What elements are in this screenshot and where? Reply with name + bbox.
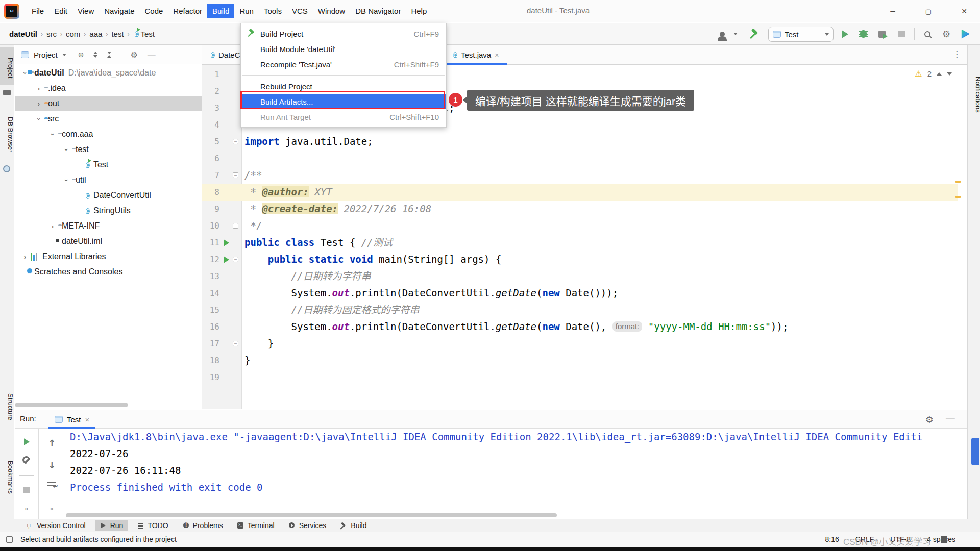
tree-item-out[interactable]: ›out: [15, 96, 202, 111]
menu-run[interactable]: Run: [234, 4, 259, 18]
scrollbar-warning-mark[interactable]: [955, 196, 961, 198]
tree-item--idea[interactable]: ›.idea: [15, 81, 202, 96]
run-tab[interactable]: Test ×: [48, 410, 95, 429]
toolwindow-button-version-control[interactable]: Version Control: [21, 520, 91, 531]
toolwindow-button-terminal[interactable]: Terminal: [232, 520, 280, 531]
menu-item-run-ant-target[interactable]: Run Ant TargetCtrl+Shift+F10: [241, 109, 446, 124]
sidebar-item-structure[interactable]: Structure: [0, 386, 14, 428]
breadcrumb-item[interactable]: Test: [141, 30, 155, 38]
tree-item-stringutils[interactable]: CStringUtils: [15, 203, 202, 218]
console-link[interactable]: D:\Java\jdk1.8\bin\java.exe: [70, 431, 228, 442]
menu-tools[interactable]: Tools: [259, 4, 287, 18]
hide-panel-icon[interactable]: —: [148, 50, 156, 59]
tree-item-external-libraries[interactable]: ›External Libraries: [15, 249, 202, 264]
tree-item-com-aaa[interactable]: ›com.aaa: [15, 127, 202, 142]
menu-refactor[interactable]: Refactor: [168, 4, 207, 18]
toolwindow-button-todo[interactable]: TODO: [132, 520, 173, 531]
project-panel-title[interactable]: Project: [34, 51, 58, 59]
toolwindow-button-problems[interactable]: Problems: [178, 520, 228, 531]
more-options-icon[interactable]: ⋮: [952, 49, 961, 60]
fold-icon[interactable]: –: [233, 172, 238, 178]
run-console[interactable]: D:\Java\jdk1.8\bin\java.exe "-javaagent:…: [66, 429, 967, 519]
next-problem-icon[interactable]: [947, 72, 952, 76]
chevron-right-icon[interactable]: ›: [35, 100, 43, 108]
sidebar-item-db-browser[interactable]: DB Browser: [0, 105, 14, 161]
build-hammer-icon[interactable]: [748, 23, 763, 45]
soft-wrap-icon[interactable]: [47, 482, 57, 489]
tab-test-java[interactable]: CTest.java×: [447, 45, 507, 65]
close-icon[interactable]: ×: [495, 51, 499, 59]
locate-file-icon[interactable]: ⊕: [78, 51, 84, 59]
sidebar-item-project[interactable]: Project: [0, 47, 14, 85]
rerun-button[interactable]: [23, 438, 29, 445]
menu-build[interactable]: Build: [207, 4, 234, 18]
close-button[interactable]: [952, 0, 976, 22]
run-configuration-select[interactable]: Test: [768, 27, 834, 42]
menu-file[interactable]: File: [27, 4, 49, 18]
down-stack-trace-icon[interactable]: ↓: [48, 460, 56, 470]
more-actions-icon[interactable]: »: [50, 505, 54, 512]
inspections-widget[interactable]: ⚠ 2: [915, 69, 952, 79]
breadcrumb-item[interactable]: dateUtil: [9, 30, 37, 38]
menu-view[interactable]: View: [72, 4, 99, 18]
menu-item-build-project[interactable]: Build ProjectCtrl+F9: [241, 26, 446, 41]
tree-item-util[interactable]: ›util: [15, 172, 202, 188]
user-icon[interactable]: [716, 23, 729, 45]
breadcrumb-item[interactable]: src: [46, 30, 57, 38]
toolwindow-button-build[interactable]: Build: [335, 520, 372, 531]
chevron-down-icon[interactable]: ›: [63, 145, 70, 154]
prev-problem-icon[interactable]: [937, 72, 942, 76]
menu-edit[interactable]: Edit: [49, 4, 72, 18]
menu-help[interactable]: Help: [406, 4, 432, 18]
fold-icon[interactable]: –: [233, 257, 238, 262]
tree-item-dateutil[interactable]: ›dateUtilD:\java\idea_space\date: [15, 65, 202, 81]
breadcrumb-item[interactable]: test: [111, 30, 124, 38]
search-everywhere-icon[interactable]: [922, 23, 933, 45]
fold-icon[interactable]: –: [233, 341, 238, 346]
chevron-down-icon[interactable]: ›: [63, 176, 70, 184]
tree-item-test[interactable]: CTest: [15, 157, 202, 172]
menu-code[interactable]: Code: [139, 4, 168, 18]
expand-all-icon[interactable]: [93, 52, 97, 58]
run-gutter-icon[interactable]: [224, 256, 229, 263]
toolwindow-button-services[interactable]: Services: [284, 520, 332, 531]
maximize-button[interactable]: [917, 0, 940, 22]
tree-item-dateutil-iml[interactable]: dateUtil.iml: [15, 234, 202, 249]
chevron-down-icon[interactable]: ›: [35, 115, 43, 123]
up-stack-trace-icon[interactable]: ↑: [48, 438, 56, 448]
menu-db-navigator[interactable]: DB Navigator: [350, 4, 406, 18]
run-settings-gear-icon[interactable]: ⚙: [925, 414, 934, 425]
code-with-me-icon[interactable]: [960, 23, 971, 45]
menu-window[interactable]: Window: [313, 4, 350, 18]
coverage-button[interactable]: [877, 23, 887, 45]
hide-run-panel-icon[interactable]: —: [946, 412, 955, 423]
fold-icon[interactable]: –: [233, 139, 238, 144]
tool-window-toggle-icon[interactable]: [6, 536, 13, 543]
tree-item-scratches-and-consoles[interactable]: Scratches and Consoles: [15, 264, 202, 280]
run-gutter-icon[interactable]: [224, 239, 229, 246]
menu-item-build-module-dateutil-[interactable]: Build Module 'dateUtil': [241, 41, 446, 57]
chevron-right-icon[interactable]: ›: [21, 253, 29, 261]
menu-navigate[interactable]: Navigate: [99, 4, 139, 18]
stop-button[interactable]: [896, 23, 906, 45]
sidebar-item-notifications[interactable]: Notifications: [968, 66, 980, 122]
tree-item-src[interactable]: ›src: [15, 111, 202, 127]
floating-widget[interactable]: [971, 438, 979, 465]
project-horizontal-scrollbar[interactable]: [15, 403, 128, 407]
chevron-right-icon[interactable]: ›: [48, 222, 57, 230]
menu-vcs[interactable]: VCS: [287, 4, 313, 18]
panel-settings-gear-icon[interactable]: ⚙: [130, 50, 137, 60]
chevron-right-icon[interactable]: ›: [35, 85, 43, 92]
chevron-down-icon[interactable]: [62, 54, 66, 56]
toolwindow-button-run[interactable]: Run: [95, 520, 129, 531]
edit-configuration-icon[interactable]: [22, 457, 31, 464]
settings-gear-icon[interactable]: ⚙: [940, 23, 952, 45]
tree-item-dateconvertutil[interactable]: CDateConvertUtil: [15, 188, 202, 203]
breadcrumb-item[interactable]: aaa: [89, 30, 102, 38]
menu-item-recompile-test-java-[interactable]: Recompile 'Test.java'Ctrl+Shift+F9: [241, 57, 446, 72]
debug-button[interactable]: [858, 23, 868, 45]
close-icon[interactable]: ×: [85, 415, 90, 424]
tree-item-test[interactable]: ›test: [15, 142, 202, 157]
collapse-all-icon[interactable]: [107, 52, 111, 58]
tree-item-meta-inf[interactable]: ›META-INF: [15, 218, 202, 234]
